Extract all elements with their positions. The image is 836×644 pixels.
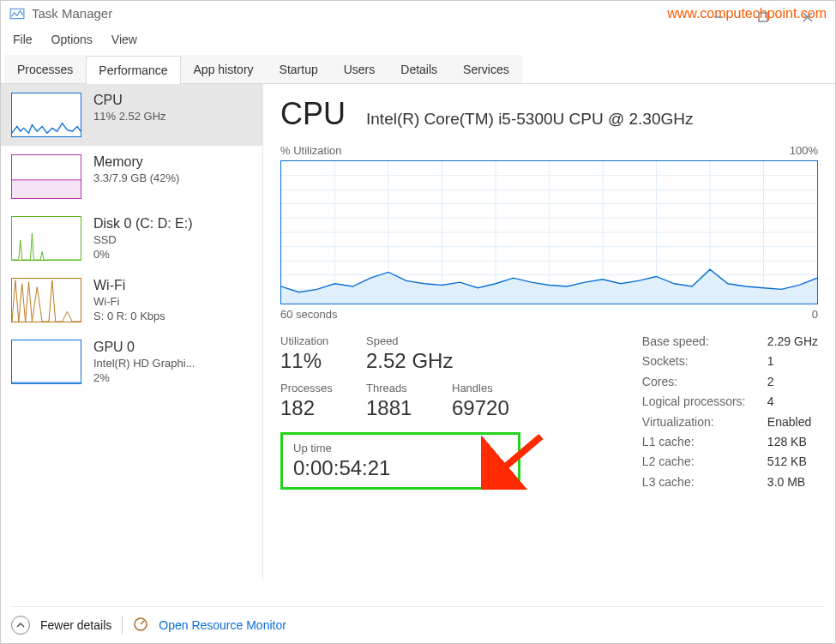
stat-label-processes: Processes [280, 382, 366, 394]
page-title: CPU [280, 96, 346, 132]
spec-value: Enabled [767, 415, 818, 430]
spec-value: 3.0 MB [767, 475, 818, 490]
resource-monitor-icon [133, 617, 148, 635]
sidebar-item-sub: Intel(R) HD Graphi... [93, 357, 195, 370]
spec-value: 2.29 GHz [767, 334, 818, 349]
specs-table: Base speed:2.29 GHz Sockets:1 Cores:2 Lo… [642, 334, 818, 490]
stat-label-speed: Speed [366, 334, 538, 347]
sidebar-item-label: Wi-Fi [93, 278, 165, 293]
fewer-details-button[interactable] [11, 616, 30, 635]
chart-label-right: 100% [790, 144, 818, 157]
disk-thumb [11, 216, 81, 261]
stat-label-threads: Threads [366, 382, 452, 394]
sidebar-item-label: Disk 0 (C: D: E:) [93, 216, 193, 232]
sidebar-item-sub2: 0% [93, 248, 193, 261]
open-resource-monitor-link[interactable]: Open Resource Monitor [159, 618, 286, 632]
tab-app-history[interactable]: App history [181, 55, 267, 83]
stat-label-handles: Handles [452, 382, 538, 394]
spec-value: 4 [767, 394, 818, 409]
sidebar-item-sub2: S: 0 R: 0 Kbps [93, 310, 165, 322]
uptime-box: Up time 0:00:54:21 [280, 432, 520, 490]
chart-label-left: % Utilization [280, 144, 342, 157]
sidebar-item-memory[interactable]: Memory 3.3/7.9 GB (42%) [1, 146, 262, 208]
sidebar-item-label: GPU 0 [93, 340, 195, 355]
spec-key: L2 cache: [642, 454, 767, 469]
spec-value: 2 [767, 375, 818, 389]
utilization-chart: % Utilization 100% [280, 144, 818, 321]
spec-value: 128 KB [767, 435, 818, 449]
spec-key: L1 cache: [642, 435, 767, 449]
spec-value: 512 KB [767, 454, 818, 469]
spec-key: Virtualization: [642, 415, 767, 430]
content: CPU 11% 2.52 GHz Memory 3.3/7.9 GB (42%)… [1, 84, 835, 581]
separator [122, 616, 123, 635]
sidebar-item-sub: SSD [93, 233, 193, 246]
stat-label-utilization: Utilization [280, 334, 366, 347]
tab-bar: Processes Performance App history Startu… [1, 55, 835, 84]
tab-details[interactable]: Details [388, 55, 450, 83]
sidebar-item-label: CPU [93, 93, 166, 108]
stat-value-uptime: 0:00:54:21 [293, 456, 508, 480]
stat-value-utilization: 11% [280, 349, 366, 373]
menu-file[interactable]: File [13, 33, 33, 46]
maximize-button[interactable] [741, 3, 785, 32]
spec-key: L3 cache: [642, 475, 767, 490]
stat-value-threads: 1881 [366, 396, 452, 420]
chart-under-left: 60 seconds [280, 308, 338, 321]
stat-value-speed: 2.52 GHz [366, 349, 538, 373]
sidebar-item-sub: 11% 2.52 GHz [93, 110, 166, 123]
fewer-details-label[interactable]: Fewer details [40, 618, 111, 632]
stat-value-processes: 182 [280, 396, 366, 420]
chart-under-right: 0 [812, 308, 818, 321]
sidebar-item-cpu[interactable]: CPU 11% 2.52 GHz [1, 84, 262, 146]
close-button[interactable] [785, 3, 830, 32]
sidebar-item-label: Memory [93, 154, 179, 170]
spec-value: 1 [767, 354, 818, 369]
wifi-thumb [11, 278, 81, 322]
stat-label-uptime: Up time [293, 442, 508, 454]
sidebar-item-wifi[interactable]: Wi-Fi Wi-Fi S: 0 R: 0 Kbps [1, 269, 262, 331]
tab-performance[interactable]: Performance [86, 56, 180, 84]
cpu-model: Intel(R) Core(TM) i5-5300U CPU @ 2.30GHz [366, 110, 693, 129]
tab-services[interactable]: Services [450, 55, 522, 83]
menu-options[interactable]: Options [51, 33, 93, 46]
main-panel: CPU Intel(R) Core(TM) i5-5300U CPU @ 2.3… [263, 84, 835, 581]
svg-line-29 [141, 621, 144, 624]
spec-key: Sockets: [642, 354, 767, 369]
sidebar-item-sub: Wi-Fi [93, 295, 165, 308]
sidebar-item-sub: 3.3/7.9 GB (42%) [93, 172, 179, 184]
window-controls [696, 3, 830, 32]
cpu-thumb [11, 93, 81, 137]
chevron-up-icon [15, 620, 26, 630]
sidebar: CPU 11% 2.52 GHz Memory 3.3/7.9 GB (42%)… [1, 84, 263, 581]
sidebar-item-gpu0[interactable]: GPU 0 Intel(R) HD Graphi... 2% [1, 331, 262, 393]
gpu-thumb [11, 340, 81, 384]
tab-processes[interactable]: Processes [4, 55, 86, 83]
svg-rect-5 [12, 180, 81, 198]
svg-rect-2 [759, 13, 767, 21]
app-icon [9, 6, 25, 21]
spec-key: Cores: [642, 375, 767, 389]
tab-startup[interactable]: Startup [267, 55, 331, 83]
stat-value-handles: 69720 [452, 396, 538, 420]
minimize-button[interactable] [696, 3, 741, 32]
menu-view[interactable]: View [111, 33, 137, 46]
spec-key: Logical processors: [642, 394, 767, 409]
footer: Fewer details Open Resource Monitor [11, 606, 825, 635]
spec-key: Base speed: [642, 334, 767, 349]
sidebar-item-disk0[interactable]: Disk 0 (C: D: E:) SSD 0% [1, 208, 262, 269]
tab-users[interactable]: Users [331, 55, 388, 83]
sidebar-item-sub2: 2% [93, 371, 195, 384]
memory-thumb [11, 154, 81, 199]
window-title: Task Manager [32, 6, 112, 21]
